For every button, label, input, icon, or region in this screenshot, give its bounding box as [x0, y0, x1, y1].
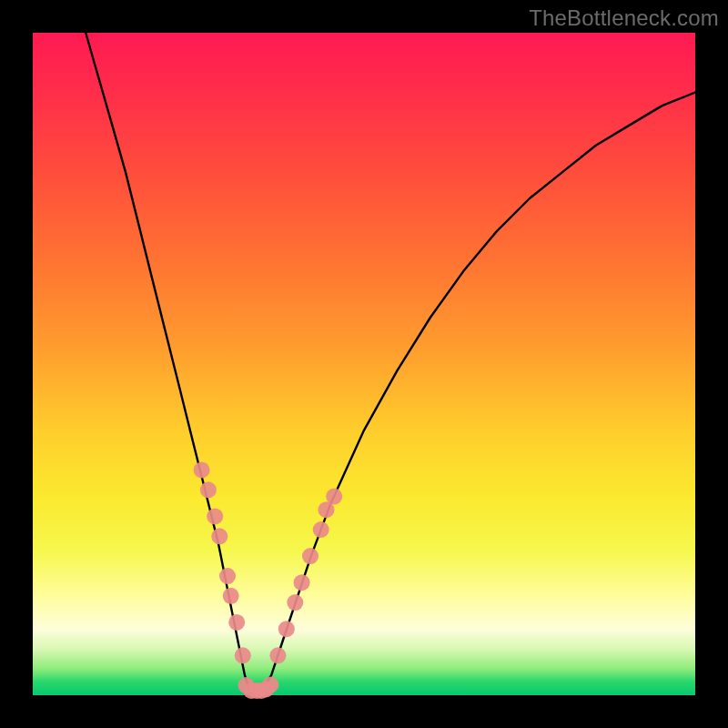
marker-dot — [278, 621, 295, 637]
marker-dot — [287, 594, 303, 611]
watermark-text: TheBottleneck.com — [529, 5, 719, 31]
chart-svg — [33, 33, 695, 695]
marker-dot — [269, 647, 286, 663]
marker-dot — [211, 528, 228, 544]
marker-dot — [207, 508, 223, 524]
data-markers — [194, 462, 343, 699]
marker-dot — [294, 574, 310, 591]
marker-dot — [326, 489, 342, 505]
marker-dot — [200, 481, 217, 498]
marker-dot — [194, 462, 210, 479]
plot-area — [33, 33, 695, 695]
marker-dot — [228, 614, 245, 631]
marker-dot — [262, 676, 278, 693]
marker-dot — [235, 647, 251, 663]
bottleneck-curve-path — [86, 33, 695, 695]
marker-dot — [219, 568, 236, 584]
curve-line — [86, 33, 695, 695]
chart-frame: TheBottleneck.com — [0, 0, 728, 728]
marker-dot — [223, 588, 239, 604]
marker-dot — [302, 548, 318, 564]
marker-dot — [313, 521, 329, 538]
